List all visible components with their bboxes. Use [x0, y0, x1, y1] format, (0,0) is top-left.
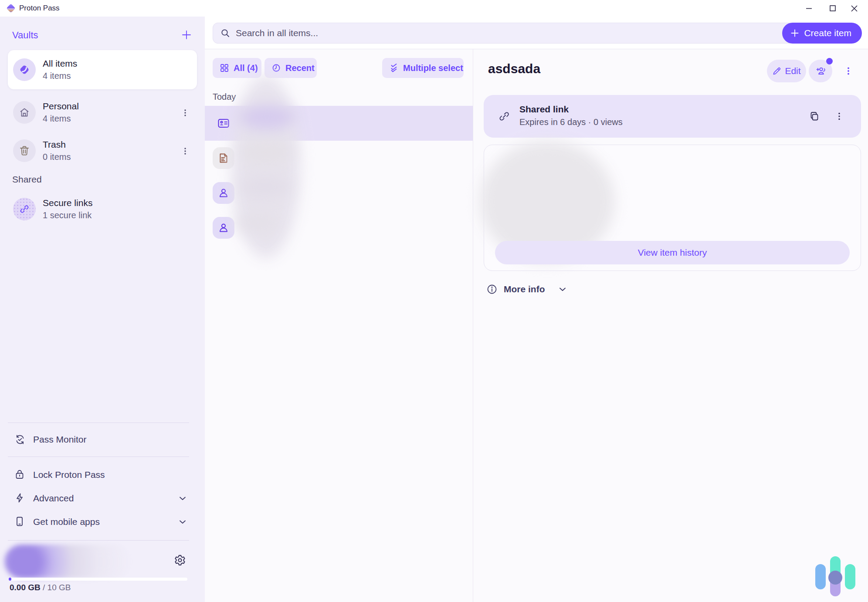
storage-used: 0.00 GB	[10, 583, 41, 592]
filter-all-chip[interactable]: All (4)	[213, 58, 261, 78]
user-icon	[213, 182, 234, 204]
identity-card-icon	[213, 112, 234, 134]
sidebar-item-secure-links[interactable]: Secure links 1 secure link	[8, 189, 197, 229]
sidebar-item-get-mobile-apps[interactable]: Get mobile apps	[8, 511, 197, 532]
link-icon	[498, 110, 511, 123]
topbar: Create item	[205, 17, 868, 49]
item-title: asdsada	[488, 61, 540, 76]
multiple-select-button[interactable]: Multiple select	[382, 58, 464, 78]
search-input[interactable]	[236, 28, 793, 38]
sidebar-item-advanced[interactable]: Advanced	[8, 488, 197, 509]
app-title: Proton Pass	[19, 4, 60, 13]
vault-count: 1 secure link	[43, 209, 92, 221]
sidebar-item-lock[interactable]: Lock Proton Pass	[8, 464, 197, 485]
vaults-header: Vaults	[12, 30, 38, 41]
trash-icon	[13, 139, 36, 162]
item-options-icon[interactable]	[842, 63, 855, 79]
divider	[8, 423, 189, 423]
vault-count: 0 items	[43, 151, 71, 163]
vault-name: All items	[43, 57, 77, 70]
item-list-panel: All (4) Recent Multiple select Today	[205, 49, 473, 602]
sidebar-item-all-items[interactable]: All items 4 items	[8, 50, 197, 89]
vault-options-icon[interactable]	[180, 145, 191, 157]
user-account-blurred[interactable]	[4, 545, 131, 578]
more-info-label: More info	[504, 284, 545, 294]
window-close-button[interactable]	[843, 0, 865, 17]
add-vault-button[interactable]	[178, 26, 195, 44]
share-notification-dot	[826, 58, 833, 64]
chevron-down-icon	[178, 517, 187, 527]
list-section-today: Today	[213, 92, 236, 102]
double-check-icon	[389, 63, 399, 73]
item-content-card: View item history	[484, 145, 861, 271]
blurred-item-title	[240, 142, 292, 163]
blurred-item-title	[239, 105, 295, 129]
user-icon	[213, 217, 234, 239]
sidebar-item-label: Get mobile apps	[33, 517, 100, 527]
shared-link-title: Shared link	[519, 104, 569, 115]
storage-separator: /	[41, 583, 47, 592]
sidebar-item-label: Pass Monitor	[33, 434, 87, 445]
more-info-toggle[interactable]: More info	[486, 284, 568, 295]
titlebar: Proton Pass	[0, 0, 868, 17]
loader-bar-blue	[815, 564, 826, 589]
shared-section-header: Shared	[12, 174, 42, 185]
sidebar-item-trash[interactable]: Trash 0 items	[8, 131, 197, 170]
shared-link-card: Shared link Expires in 6 days · 0 views	[484, 95, 861, 138]
bolt-icon	[14, 492, 26, 504]
diamond-icon	[13, 58, 36, 81]
sidebar-item-label: Advanced	[33, 493, 74, 504]
lock-icon	[14, 469, 26, 481]
sidebar-item-label: Lock Proton Pass	[33, 470, 105, 480]
shared-link-options-icon[interactable]	[832, 108, 846, 125]
home-icon	[13, 101, 36, 124]
window-minimize-button[interactable]	[797, 0, 820, 17]
view-item-history-button[interactable]: View item history	[495, 241, 850, 264]
link-icon	[13, 198, 36, 220]
chevron-down-icon	[178, 494, 187, 503]
storage-text: 0.00 GB / 10 GB	[10, 583, 71, 592]
multiple-select-label: Multiple select	[403, 63, 463, 73]
item-detail-panel: asdsada Edit Shared link Expires in 6 da…	[473, 49, 868, 602]
window-maximize-button[interactable]	[821, 0, 844, 17]
loader-bar-teal	[845, 564, 855, 589]
phone-icon	[14, 516, 26, 528]
shield-sync-icon	[14, 433, 26, 446]
settings-gear-icon[interactable]	[173, 553, 187, 568]
copy-link-icon[interactable]	[806, 108, 823, 125]
loader-dot	[828, 571, 842, 585]
grid-icon	[220, 63, 229, 73]
vault-name: Personal	[43, 100, 79, 112]
shared-link-subtitle: Expires in 6 days · 0 views	[519, 117, 623, 127]
info-icon	[486, 284, 498, 295]
sidebar-item-personal[interactable]: Personal 4 items	[8, 93, 197, 132]
sidebar: Vaults All items 4 items Personal 4 item…	[0, 17, 205, 602]
storage-progress-bar	[9, 578, 187, 581]
storage-progress-fill	[9, 578, 11, 581]
vault-count: 4 items	[43, 112, 79, 125]
clock-icon	[271, 63, 281, 73]
storage-total: 10 GB	[47, 583, 71, 592]
proton-loader-graphic	[810, 553, 858, 599]
filter-all-label: All (4)	[234, 63, 258, 73]
chevron-down-icon	[557, 284, 568, 294]
divider	[8, 457, 189, 457]
blurred-item-title	[240, 176, 290, 198]
search-box[interactable]	[213, 23, 794, 44]
search-icon	[220, 28, 231, 38]
edit-button[interactable]: Edit	[767, 60, 806, 82]
vault-name: Secure links	[43, 197, 92, 209]
vault-options-icon[interactable]	[180, 107, 191, 118]
edit-label: Edit	[785, 66, 800, 76]
sidebar-item-pass-monitor[interactable]: Pass Monitor	[8, 429, 197, 450]
divider	[8, 540, 189, 541]
proton-pass-logo-icon	[6, 3, 16, 14]
vault-count: 4 items	[43, 70, 77, 82]
create-item-button[interactable]: Create item	[782, 23, 862, 44]
blurred-item-title	[236, 212, 280, 233]
vault-name: Trash	[43, 139, 71, 151]
filter-recent-chip[interactable]: Recent	[264, 58, 317, 78]
create-item-label: Create item	[804, 28, 851, 38]
filter-recent-label: Recent	[285, 63, 315, 73]
